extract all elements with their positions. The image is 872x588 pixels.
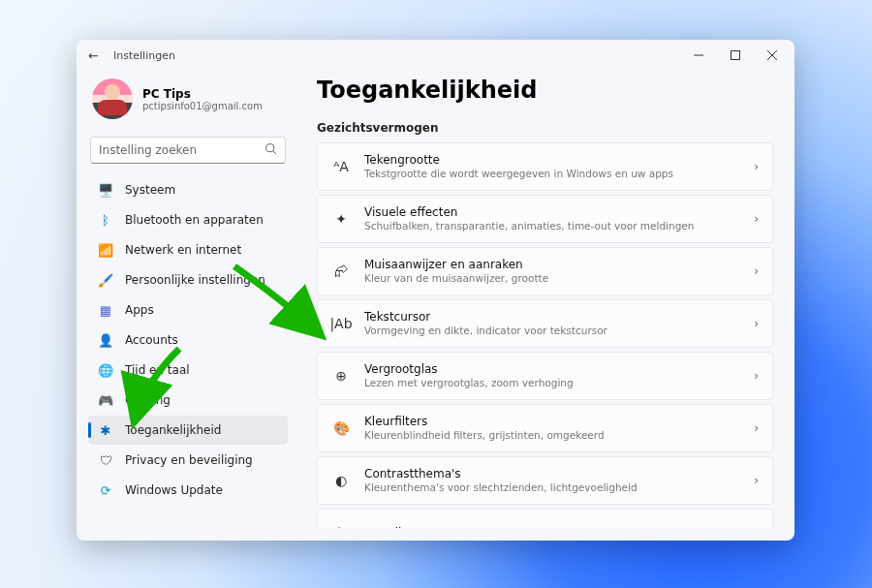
- sidebar-item-label: Persoonlijke instellingen: [125, 273, 265, 287]
- setting-title: Kleurfilters: [364, 415, 740, 428]
- sidebar-item-label: Tijd en taal: [125, 363, 190, 377]
- setting-row-color-filters[interactable]: 🎨KleurfiltersKleurenblindheid filters, g…: [317, 404, 773, 452]
- settings-list: ᴬATekengrootteTekstgrootte die wordt wee…: [317, 142, 773, 528]
- search-input[interactable]: Instelling zoeken: [90, 137, 286, 164]
- setting-row-text-cursor[interactable]: |AbTekstcursorVormgeving en dikte, indic…: [317, 299, 773, 348]
- setting-desc: Vormgeving en dikte, indicator voor teks…: [364, 325, 740, 337]
- chevron-right-icon: ›: [754, 317, 759, 330]
- setting-row-text-size[interactable]: ᴬATekengrootteTekstgrootte die wordt wee…: [317, 142, 773, 191]
- bluetooth-icon: ᛒ: [98, 212, 113, 228]
- profile-name: PC Tips: [142, 87, 263, 101]
- setting-row-narrator[interactable]: 🗣Verteller›: [317, 509, 773, 528]
- setting-desc: Kleurenblindheid filters, grijstinten, o…: [364, 429, 740, 442]
- minimize-button[interactable]: [680, 42, 717, 69]
- profile-email: pctipsinfo01@gmail.com: [142, 101, 263, 111]
- time-icon: 🌐: [98, 362, 113, 378]
- sidebar-item-netwerk-en-internet[interactable]: 📶Netwerk en internet: [88, 235, 288, 264]
- sidebar-item-label: Apps: [125, 303, 154, 317]
- mouse-touch-icon: ⮳: [331, 263, 351, 279]
- chevron-right-icon: ›: [754, 474, 759, 487]
- sidebar-item-label: Netwerk en internet: [125, 243, 241, 257]
- sidebar-item-label: Systeem: [125, 183, 175, 197]
- sidebar-item-label: Gaming: [125, 393, 171, 407]
- chevron-right-icon: ›: [754, 212, 759, 226]
- shield-icon: 🛡: [98, 452, 113, 468]
- sidebar-item-tijd-en-taal[interactable]: 🌐Tijd en taal: [88, 356, 288, 385]
- back-button[interactable]: ←: [88, 48, 113, 63]
- sidebar-item-windows-update[interactable]: ⟳Windows Update: [88, 476, 288, 505]
- sidebar-item-gaming[interactable]: 🎮Gaming: [88, 386, 288, 415]
- page-title: Toegankelijkheid: [317, 77, 773, 104]
- maximize-button[interactable]: [717, 42, 754, 69]
- sidebar-item-systeem[interactable]: 🖥️Systeem: [88, 175, 288, 204]
- contrast-themes-icon: ◐: [331, 473, 351, 488]
- svg-point-4: [266, 144, 274, 152]
- apps-icon: ▦: [98, 302, 113, 318]
- setting-title: Visuele effecten: [364, 205, 740, 219]
- settings-window: ← Instellingen PC Tips pctipsinfo01@gmai…: [77, 40, 794, 541]
- setting-row-visual-effects[interactable]: ✦Visuele effectenSchuifbalken, transpara…: [317, 195, 773, 243]
- text-size-icon: ᴬA: [331, 159, 351, 174]
- sidebar-item-label: Toegankelijkheid: [125, 423, 221, 437]
- brush-icon: 🖌️: [98, 272, 113, 288]
- sidebar-item-apps[interactable]: ▦Apps: [88, 295, 288, 325]
- setting-desc: Schuifbalken, transparantie, animaties, …: [364, 220, 740, 232]
- accessibility-icon: ✱: [98, 422, 113, 438]
- search-placeholder: Instelling zoeken: [99, 143, 197, 157]
- setting-title: Contrastthema's: [364, 467, 740, 480]
- sidebar-item-toegankelijkheid[interactable]: ✱Toegankelijkheid: [88, 416, 288, 445]
- setting-title: Tekstcursor: [364, 310, 740, 324]
- chevron-right-icon: ›: [754, 526, 759, 528]
- sidebar-item-persoonlijke-instellingen[interactable]: 🖌️Persoonlijke instellingen: [88, 265, 288, 294]
- chevron-right-icon: ›: [754, 160, 759, 173]
- color-filters-icon: 🎨: [331, 420, 351, 436]
- sidebar-item-label: Privacy en beveiliging: [125, 453, 253, 467]
- text-cursor-icon: |Ab: [331, 316, 351, 331]
- chevron-right-icon: ›: [754, 369, 759, 383]
- magnifier-icon: ⊕: [331, 368, 351, 384]
- setting-title: Vergrootglas: [364, 362, 740, 376]
- section-header: Gezichtsvermogen: [317, 121, 773, 135]
- gaming-icon: 🎮: [98, 392, 113, 408]
- profile[interactable]: PC Tips pctipsinfo01@gmail.com: [88, 75, 288, 133]
- setting-row-contrast-themes[interactable]: ◐Contrastthema'sKleurenthema's voor slec…: [317, 456, 773, 505]
- svg-line-5: [273, 151, 276, 154]
- sidebar-item-accounts[interactable]: 👤Accounts: [88, 325, 288, 355]
- main-content: Toegankelijkheid Gezichtsvermogen ᴬATeke…: [296, 71, 794, 541]
- sidebar-item-label: Bluetooth en apparaten: [125, 213, 264, 227]
- chevron-right-icon: ›: [754, 421, 759, 435]
- sidebar-item-label: Accounts: [125, 333, 178, 347]
- sidebar-nav: 🖥️SysteemᛒBluetooth en apparaten📶Netwerk…: [88, 175, 288, 505]
- app-title: Instellingen: [113, 49, 680, 62]
- setting-title: Muisaanwijzer en aanraken: [364, 258, 740, 271]
- close-button[interactable]: [754, 42, 791, 69]
- setting-title: Tekengrootte: [364, 153, 740, 167]
- svg-rect-1: [732, 51, 740, 60]
- chevron-right-icon: ›: [754, 264, 759, 278]
- sidebar: PC Tips pctipsinfo01@gmail.com Instellin…: [77, 71, 296, 541]
- setting-desc: Tekstgrootte die wordt weergegeven in Wi…: [364, 168, 740, 180]
- display-icon: 🖥️: [98, 182, 113, 198]
- sidebar-item-bluetooth-en-apparaten[interactable]: ᛒBluetooth en apparaten: [88, 205, 288, 234]
- update-icon: ⟳: [98, 482, 113, 498]
- visual-effects-icon: ✦: [331, 211, 351, 227]
- accounts-icon: 👤: [98, 332, 113, 348]
- setting-row-mouse-touch[interactable]: ⮳Muisaanwijzer en aanrakenKleur van de m…: [317, 247, 773, 295]
- setting-desc: Kleurenthema's voor slechtzienden, licht…: [364, 481, 740, 494]
- avatar: [92, 78, 133, 119]
- setting-title: Verteller: [364, 526, 740, 528]
- setting-desc: Kleur van de muisaanwijzer, grootte: [364, 272, 740, 285]
- search-icon: [265, 142, 277, 158]
- sidebar-item-label: Windows Update: [125, 483, 223, 497]
- sidebar-item-privacy-en-beveiliging[interactable]: 🛡Privacy en beveiliging: [88, 446, 288, 475]
- titlebar: ← Instellingen: [77, 40, 794, 71]
- setting-row-magnifier[interactable]: ⊕VergrootglasLezen met vergrootglas, zoo…: [317, 352, 773, 400]
- wifi-icon: 📶: [98, 242, 113, 258]
- narrator-icon: 🗣: [331, 525, 351, 528]
- setting-desc: Lezen met vergrootglas, zoom verhoging: [364, 377, 740, 389]
